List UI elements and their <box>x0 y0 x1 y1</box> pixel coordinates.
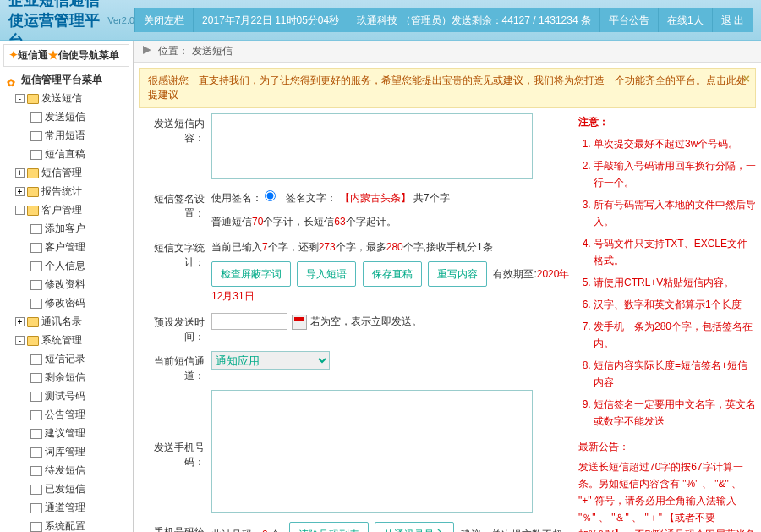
calendar-icon[interactable] <box>292 315 307 330</box>
tree-suggest[interactable]: 建议管理 <box>45 427 85 439</box>
tree-sent[interactable]: 已发短信 <box>45 483 85 495</box>
close-icon[interactable]: × <box>743 72 750 85</box>
page-icon <box>30 522 42 532</box>
tip-item: 短信内容实际长度=短信签名+短信内容 <box>594 357 756 391</box>
check-words-button[interactable]: 检查屏蔽字词 <box>211 261 291 287</box>
tree-channel[interactable]: 通道管理 <box>45 502 85 513</box>
sms-content-input[interactable] <box>211 113 533 179</box>
tree-dict[interactable]: 词库管理 <box>45 446 85 458</box>
folder-icon <box>27 206 39 216</box>
page-icon <box>30 485 42 495</box>
page-icon <box>30 429 42 439</box>
send-time-input[interactable] <box>211 313 287 330</box>
tree-cust-mgmt2[interactable]: 客户管理 <box>45 241 85 253</box>
tip-item: 号码文件只支持TXT、EXCLE文件格式。 <box>594 235 756 269</box>
phones-input[interactable] <box>211 390 533 513</box>
nav-logout[interactable]: 退 出 <box>712 8 753 32</box>
clear-phones-button[interactable]: 清除号码列表 <box>289 522 369 532</box>
tip-item: 发手机一条为280个字，包括签名在内。 <box>594 318 756 352</box>
app-header: 企业短信通信使运营管理平台 Ver2.0 关闭左栏 2017年7月22日 11时… <box>0 0 761 41</box>
page-icon <box>30 503 42 513</box>
page-icon <box>30 150 42 160</box>
collapse-icon[interactable]: - <box>15 94 25 103</box>
folder-icon <box>27 168 39 178</box>
nav-close-left[interactable]: 关闭左栏 <box>134 8 193 32</box>
folder-icon <box>27 94 39 104</box>
star-icon: ✿ <box>7 75 19 85</box>
collapse-icon[interactable]: - <box>15 206 25 215</box>
page-icon <box>30 373 42 383</box>
tree-pending[interactable]: 待发短信 <box>45 464 85 476</box>
channel-label: 当前短信通道： <box>139 351 211 383</box>
page-icon <box>30 354 42 365</box>
tree-profile[interactable]: 个人信息 <box>45 260 85 271</box>
nav-notice[interactable]: 平台公告 <box>599 8 658 32</box>
tree-sms-mgmt[interactable]: 短信管理 <box>41 167 82 178</box>
page-icon <box>30 112 42 123</box>
folder-icon <box>27 336 39 346</box>
tip-item: 请使用CTRL+V粘贴短信内容。 <box>594 274 756 291</box>
expand-icon[interactable]: + <box>15 187 25 196</box>
tree-edit-info[interactable]: 修改资料 <box>45 278 85 290</box>
tree-test-num[interactable]: 测试号码 <box>45 390 85 402</box>
tree-sys-config[interactable]: 系统配置 <box>45 520 85 532</box>
page-icon <box>30 447 42 458</box>
header-nav: 关闭左栏 2017年7月22日 11时05分04秒 玖通科技 （管理员）发送剩余… <box>134 8 753 32</box>
tree-ann-mgmt[interactable]: 公告管理 <box>45 409 85 420</box>
channel-select[interactable]: 通知应用 <box>211 351 330 370</box>
sms-form: 发送短信内容： 短信签名设置： 使用签名： 签名文字： 【内蒙古头条】 共7个字… <box>139 113 570 532</box>
star-icon: ★ <box>48 49 58 61</box>
nav-online: 在线1人 <box>658 8 712 32</box>
folder-icon <box>27 187 39 197</box>
content-label: 发送短信内容： <box>139 113 211 145</box>
page-icon <box>30 224 42 234</box>
main-content: ⯈ 位置： 发送短信 很感谢您一直支持我们，为了让您得到更好的服务，希望您能提出… <box>134 41 761 532</box>
phones-label: 发送手机号码： <box>139 390 211 469</box>
tips-title: 注意： <box>578 113 756 130</box>
page-icon <box>30 392 42 402</box>
tree-edit-pwd[interactable]: 修改密码 <box>45 297 85 309</box>
expand-icon[interactable]: + <box>15 317 25 326</box>
collapse-icon[interactable]: - <box>15 336 25 345</box>
expand-icon[interactable]: + <box>15 168 25 178</box>
tree-root[interactable]: 短信管理平台菜单 <box>21 74 102 85</box>
tree-contacts[interactable]: 通讯名录 <box>41 315 82 327</box>
tree-sms-record[interactable]: 短信记录 <box>45 353 85 365</box>
home-icon: ⯈ <box>142 45 152 57</box>
tree-draft[interactable]: 短信直稿 <box>45 148 85 160</box>
nav-tree: ✿短信管理平台菜单 -发送短信 发送短信 常用短语 短信直稿 +短信管理 +报告… <box>3 70 129 532</box>
tip-item: 汉字、数字和英文都算示1个长度 <box>594 296 756 313</box>
rewrite-button[interactable]: 重写内容 <box>428 261 487 287</box>
star-icon: ✦ <box>9 49 18 61</box>
announcement-body: 发送长短信超过70字的按67字计算一条。另如短信内容含有 "%" 、 "&" 、… <box>578 458 756 532</box>
save-draft-button[interactable]: 保存直稿 <box>363 261 422 287</box>
page-icon <box>30 131 42 141</box>
from-contacts-button[interactable]: 从通讯录导入 <box>375 522 454 532</box>
tree-report[interactable]: 报告统计 <box>41 185 82 197</box>
tree-sys-mgmt[interactable]: 系统管理 <box>41 334 82 346</box>
tree-common-sms[interactable]: 常用短语 <box>45 129 85 141</box>
tree-add-cust[interactable]: 添加客户 <box>45 222 85 234</box>
page-icon <box>30 299 42 309</box>
tree-cust-mgmt[interactable]: 客户管理 <box>41 204 82 216</box>
time-label: 预设发送时间： <box>139 312 211 344</box>
page-icon <box>30 410 42 420</box>
stat-label: 短信文字统计： <box>139 238 211 270</box>
notice-text[interactable]: 很感谢您一直支持我们，为了让您得到更好的服务，希望您能提出宝贵的意见或建议，我们… <box>148 74 747 101</box>
tree-remain[interactable]: 剩余短信 <box>45 371 85 383</box>
import-phrase-button[interactable]: 导入短语 <box>297 261 356 287</box>
folder-icon <box>27 317 39 327</box>
sidebar: ✦短信通★信使导航菜单 ✿短信管理平台菜单 -发送短信 发送短信 常用短语 短信… <box>0 41 134 532</box>
nav-datetime: 2017年7月22日 11时05分04秒 <box>193 8 348 32</box>
tip-item: 短信签名一定要用中文名字，英文名或数字不能发送 <box>594 396 756 430</box>
tree-send-group[interactable]: 发送短信 <box>41 92 82 104</box>
sidebar-title: ✦短信通★信使导航菜单 <box>3 44 129 67</box>
sign-label: 短信签名设置： <box>139 189 211 221</box>
tree-send-sms[interactable]: 发送短信 <box>45 111 85 123</box>
breadcrumb-current: 发送短信 <box>192 45 233 57</box>
announcement-title: 最新公告： <box>578 438 756 455</box>
sign-radio[interactable] <box>265 190 276 201</box>
tip-item: 所有号码需写入本地的文件中然后导入。 <box>594 196 756 230</box>
page-icon <box>30 261 42 271</box>
phone-count: 0 <box>262 529 268 532</box>
